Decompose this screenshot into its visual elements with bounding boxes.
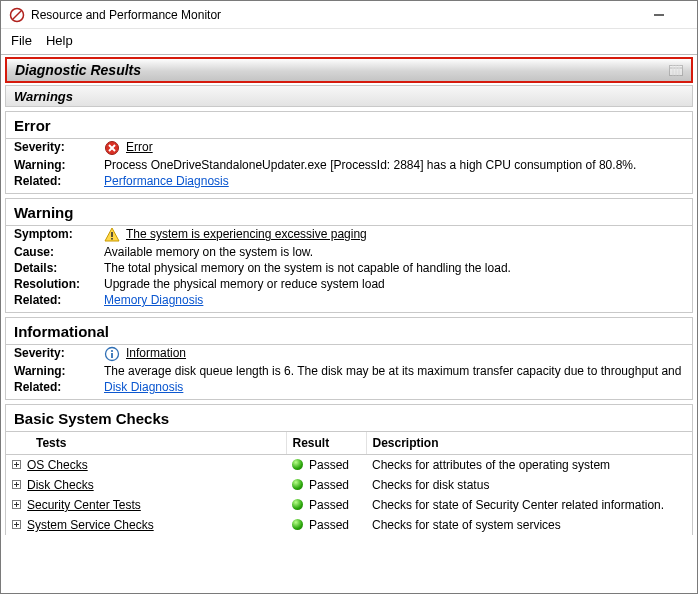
calendar-icon <box>669 64 683 76</box>
error-severity-link[interactable]: Error <box>126 140 153 154</box>
info-warning-label: Warning: <box>14 364 104 378</box>
checks-table: Tests Result Description OS ChecksPassed… <box>6 432 692 535</box>
table-row: OS ChecksPassedChecks for attributes of … <box>6 455 692 476</box>
table-row: System Service ChecksPassedChecks for st… <box>6 515 692 535</box>
info-severity-label: Severity: <box>14 346 104 362</box>
checks-panel: Basic System Checks Tests Result Descrip… <box>5 404 693 535</box>
description-text: Checks for state of Security Center rela… <box>366 495 692 515</box>
error-panel-title: Error <box>6 112 692 139</box>
status-pass-icon <box>292 459 303 470</box>
menubar: File Help <box>1 29 697 54</box>
result-text: Passed <box>309 458 349 472</box>
expand-icon[interactable] <box>12 520 21 529</box>
error-panel: Error Severity: Error Warning: Process O… <box>5 111 693 194</box>
warning-resolution-text: Upgrade the physical memory or reduce sy… <box>104 277 385 291</box>
menu-file[interactable]: File <box>11 33 32 48</box>
svg-rect-16 <box>111 353 113 358</box>
error-related-label: Related: <box>14 174 104 188</box>
minimize-button[interactable] <box>653 9 689 21</box>
performance-diagnosis-link[interactable]: Performance Diagnosis <box>104 174 229 188</box>
error-warning-text: Process OneDriveStandaloneUpdater.exe [P… <box>104 158 636 172</box>
warning-symptom-link[interactable]: The system is experiencing excessive pag… <box>126 227 367 241</box>
table-row: Disk ChecksPassedChecks for disk status <box>6 475 692 495</box>
col-result[interactable]: Result <box>286 432 366 455</box>
test-link[interactable]: System Service Checks <box>27 518 154 532</box>
table-row: Security Center TestsPassedChecks for st… <box>6 495 692 515</box>
warning-cause-label: Cause: <box>14 245 104 259</box>
info-warning-text: The average disk queue length is 6. The … <box>104 364 684 378</box>
description-text: Checks for disk status <box>366 475 692 495</box>
col-tests[interactable]: Tests <box>6 432 286 455</box>
error-warning-label: Warning: <box>14 158 104 172</box>
memory-diagnosis-link[interactable]: Memory Diagnosis <box>104 293 203 307</box>
warning-cause-text: Available memory on the system is low. <box>104 245 313 259</box>
status-pass-icon <box>292 499 303 510</box>
warnings-header[interactable]: Warnings <box>5 85 693 107</box>
warning-icon <box>104 227 120 243</box>
result-text: Passed <box>309 478 349 492</box>
info-panel-title: Informational <box>6 318 692 345</box>
description-text: Checks for state of system services <box>366 515 692 535</box>
test-link[interactable]: Disk Checks <box>27 478 94 492</box>
error-severity-label: Severity: <box>14 140 104 156</box>
col-description[interactable]: Description <box>366 432 692 455</box>
diagnostic-results-title: Diagnostic Results <box>15 62 669 78</box>
status-pass-icon <box>292 519 303 530</box>
svg-rect-12 <box>111 232 113 237</box>
info-related-label: Related: <box>14 380 104 394</box>
info-severity-link[interactable]: Information <box>126 346 186 360</box>
expand-icon[interactable] <box>12 460 21 469</box>
disk-diagnosis-link[interactable]: Disk Diagnosis <box>104 380 183 394</box>
menu-help[interactable]: Help <box>46 33 73 48</box>
expand-icon[interactable] <box>12 500 21 509</box>
window-title: Resource and Performance Monitor <box>31 8 653 22</box>
result-text: Passed <box>309 498 349 512</box>
test-link[interactable]: OS Checks <box>27 458 88 472</box>
app-icon <box>9 7 25 23</box>
info-icon <box>104 346 120 362</box>
svg-point-15 <box>111 350 113 352</box>
test-link[interactable]: Security Center Tests <box>27 498 141 512</box>
warning-details-label: Details: <box>14 261 104 275</box>
info-panel: Informational Severity: Information Warn… <box>5 317 693 400</box>
diagnostic-results-header[interactable]: Diagnostic Results <box>5 57 693 83</box>
status-pass-icon <box>292 479 303 490</box>
warning-details-text: The total physical memory on the system … <box>104 261 511 275</box>
warning-related-label: Related: <box>14 293 104 307</box>
warning-symptom-label: Symptom: <box>14 227 104 243</box>
error-icon <box>104 140 120 156</box>
warning-resolution-label: Resolution: <box>14 277 104 291</box>
svg-rect-13 <box>111 238 113 240</box>
warning-panel-title: Warning <box>6 199 692 226</box>
checks-panel-title: Basic System Checks <box>6 405 692 432</box>
svg-line-1 <box>13 11 21 19</box>
expand-icon[interactable] <box>12 480 21 489</box>
warning-panel: Warning Symptom: The system is experienc… <box>5 198 693 313</box>
result-text: Passed <box>309 518 349 532</box>
description-text: Checks for attributes of the operating s… <box>366 455 692 476</box>
